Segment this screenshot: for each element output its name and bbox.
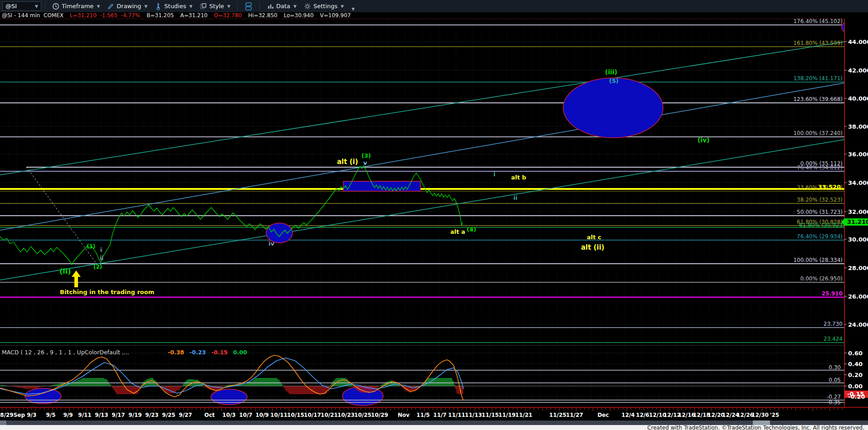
- macd-histogram-bar: [35, 386, 36, 388]
- time-axis-tick: [293, 408, 293, 410]
- macd-histogram-bar: [176, 386, 177, 391]
- time-axis-tick: [513, 408, 513, 410]
- time-axis-tick: [483, 408, 483, 410]
- time-axis-label: 11/11: [448, 412, 465, 418]
- macd-histogram-bar: [436, 378, 437, 386]
- time-axis-label: 10/17: [304, 412, 321, 418]
- time-axis-tick: [382, 408, 382, 410]
- time-axis-label: 10/15: [287, 412, 304, 418]
- macd-value-tag: [844, 391, 868, 398]
- time-axis-tick: [331, 408, 332, 410]
- time-axis-label: 11/15: [482, 412, 499, 418]
- time-axis-tick: [348, 408, 348, 410]
- time-axis-tick: [627, 408, 627, 411]
- macd-histogram-bar: [155, 381, 156, 386]
- macd-histogram-bar: [293, 386, 294, 394]
- time-axis-tick: [31, 408, 32, 410]
- time-axis-tick: [116, 408, 116, 410]
- time-axis-tick: [686, 408, 686, 410]
- time-axis-tick: [479, 408, 479, 410]
- time-axis-tick: [415, 408, 416, 410]
- time-axis-label: 10/7: [239, 412, 252, 418]
- macd-histogram-bar: [170, 386, 171, 393]
- macd-histogram-bar: [93, 378, 94, 386]
- macd-histogram-bar: [243, 384, 244, 386]
- time-axis-tick: [808, 408, 809, 410]
- macd-histogram-bar: [107, 381, 108, 386]
- macd-histogram-bar: [178, 386, 179, 390]
- time-axis-tick: [605, 408, 606, 410]
- macd-histogram-bar: [361, 386, 362, 392]
- macd-histogram-bar: [81, 379, 82, 386]
- macd-histogram-bar: [102, 378, 102, 386]
- time-axis-tick: [694, 408, 695, 411]
- time-axis-tick: [48, 408, 49, 410]
- time-axis-tick: [183, 408, 184, 410]
- macd-histogram-bar: [292, 386, 293, 394]
- time-axis[interactable]: 8/29Sep 9/39/59/99/119/139/179/199/239/2…: [0, 408, 868, 420]
- macd-histogram-bar: [175, 386, 176, 392]
- macd-histogram-bar: [344, 378, 345, 386]
- time-axis-tick: [297, 408, 298, 410]
- time-axis-tick: [225, 408, 226, 410]
- time-axis-tick: [40, 408, 40, 410]
- macd-histogram-bar: [103, 378, 104, 386]
- macd-histogram-bar: [247, 383, 248, 386]
- macd-histogram-bar: [303, 386, 304, 394]
- time-axis-tick: [568, 408, 568, 410]
- time-axis-tick: [504, 408, 505, 410]
- projection-ellipse-large: [563, 78, 663, 138]
- time-axis-tick: [280, 408, 281, 410]
- macd-signal-line: [0, 358, 463, 394]
- time-axis-tick: [834, 408, 834, 410]
- macd-histogram-bar: [447, 378, 448, 386]
- time-axis-tick: [817, 408, 817, 410]
- macd-histogram-bar: [450, 378, 451, 386]
- macd-histogram-bar: [186, 381, 187, 386]
- time-axis-label: Sep 9/3: [14, 412, 37, 418]
- time-axis-tick: [660, 408, 661, 411]
- macd-histogram-bar: [58, 384, 59, 386]
- time-axis-tick: [302, 408, 302, 410]
- tradestation-chart-window: @SI ▼ Timeframe ▼ Drawing ▼ Studies ▼ St…: [0, 0, 868, 430]
- macd-histogram-bar: [432, 378, 433, 386]
- time-axis-label: Oct: [204, 412, 215, 418]
- time-axis-tick: [352, 408, 353, 410]
- macd-histogram-bar: [454, 385, 455, 386]
- macd-histogram-bar: [308, 386, 309, 394]
- macd-histogram-bar: [297, 386, 298, 394]
- macd-histogram-bar: [291, 386, 292, 394]
- time-axis-tick: [196, 408, 196, 410]
- time-axis-tick: [57, 408, 57, 410]
- time-axis-tick: [133, 408, 133, 410]
- macd-histogram-bar: [1, 385, 2, 386]
- scrollbar-corner[interactable]: [0, 420, 6, 425]
- macd-histogram-bar: [92, 378, 93, 386]
- time-axis-tick: [762, 408, 762, 411]
- macd-histogram-bar: [112, 386, 113, 388]
- macd-histogram-bar: [302, 386, 302, 394]
- macd-histogram-bar: [304, 386, 305, 394]
- macd-histogram-bar: [152, 378, 153, 386]
- time-axis-label: 10/25: [354, 412, 371, 418]
- time-axis-tick: [276, 408, 277, 410]
- macd-histogram-bar: [266, 378, 267, 386]
- time-axis-tick: [454, 408, 454, 410]
- macd-histogram-bar: [246, 383, 247, 386]
- time-axis-tick: [475, 408, 475, 411]
- time-axis-label: 11/7: [433, 412, 446, 418]
- macd-histogram-bar: [20, 386, 21, 388]
- macd-histogram-bar: [295, 386, 296, 394]
- chart-canvas[interactable]: [0, 0, 868, 430]
- macd-histogram-bar: [148, 379, 149, 386]
- macd-histogram-bar: [251, 382, 252, 386]
- macd-histogram-bar: [27, 386, 28, 389]
- time-axis-tick: [555, 408, 556, 410]
- macd-histogram-bar: [104, 379, 105, 386]
- macd-histogram-bar: [17, 386, 18, 387]
- macd-histogram-bar: [77, 381, 78, 386]
- time-axis-label: 11/25: [549, 412, 566, 418]
- macd-histogram-bar: [406, 386, 407, 391]
- time-axis-tick: [95, 408, 95, 410]
- time-axis-tick: [665, 408, 665, 410]
